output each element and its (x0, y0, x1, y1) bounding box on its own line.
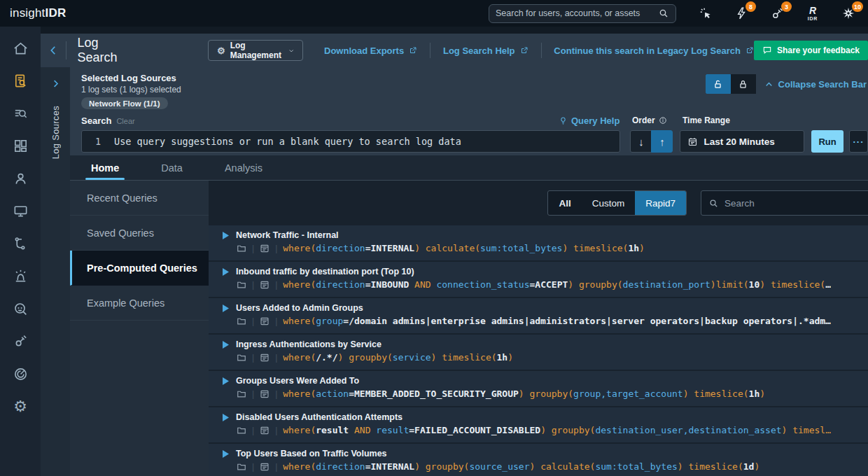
logo-prefix: insight (10, 6, 46, 20)
pointer-tour-icon[interactable] (697, 5, 714, 22)
global-search-input[interactable] (496, 8, 652, 18)
unlock-icon (712, 78, 724, 90)
calendar-icon[interactable] (260, 353, 270, 363)
category-example-queries[interactable]: Example Queries (70, 286, 209, 321)
nav-network-flow-icon[interactable] (10, 234, 30, 253)
tab-home[interactable]: Home (90, 155, 120, 180)
info-icon[interactable] (659, 116, 667, 125)
filter-rapid7[interactable]: Rapid7 (635, 191, 686, 215)
calendar-icon[interactable] (260, 280, 270, 290)
nav-settings-gear-icon[interactable]: ⚙ (10, 397, 30, 416)
share-feedback-button[interactable]: Share your feedback (754, 41, 868, 60)
folder-icon[interactable] (237, 353, 246, 363)
time-range-select[interactable]: Last 20 Minutes (680, 130, 804, 153)
calendar-icon[interactable] (260, 244, 270, 253)
nav-dashboards-grid-icon[interactable] (10, 136, 30, 156)
query-title: Inbound traffic by destination port (Top… (236, 267, 414, 276)
arrow-up-icon: ↑ (659, 136, 665, 148)
insightidr-logo[interactable]: insightIDR (10, 6, 66, 20)
search-icon (658, 8, 669, 19)
folder-icon[interactable] (237, 389, 246, 399)
rapid7-idr-logo[interactable]: R IDR (804, 5, 821, 22)
quick-actions-lightning-icon[interactable]: 8 (733, 5, 750, 22)
sort-ascending-button[interactable]: ↑ (651, 130, 673, 153)
log-source-chip[interactable]: Network Flow (1/1) (81, 97, 168, 109)
play-icon[interactable] (223, 232, 229, 239)
nav-investigate-magnifier-icon[interactable] (10, 299, 30, 318)
play-icon[interactable] (223, 377, 229, 385)
query-search-input[interactable] (724, 198, 862, 209)
query-token: AND (409, 279, 436, 290)
clear-link[interactable]: Clear (116, 117, 134, 125)
log-search-help-label: Log Search Help (443, 46, 515, 56)
divider: | (252, 316, 254, 326)
filter-custom[interactable]: Custom (582, 191, 636, 215)
unlocked-toggle-button[interactable] (706, 74, 731, 94)
category-saved-queries[interactable]: Saved Queries (70, 216, 209, 251)
query-token: ) timeslice( (562, 243, 628, 253)
star-badge: 10 (852, 1, 863, 12)
nav-alerts-siren-icon[interactable] (10, 267, 30, 286)
divider: | (252, 389, 254, 399)
calendar-icon[interactable] (260, 462, 270, 472)
query-string: where(direction=INTERNAL) groupby(source… (283, 461, 760, 472)
back-button[interactable] (41, 34, 66, 67)
play-icon[interactable] (223, 414, 229, 421)
query-token: ) (754, 461, 760, 472)
query-token: ) groupby( (519, 388, 573, 399)
query-token: … (825, 279, 831, 290)
query-row[interactable]: Ingress Authentications by Service | | w… (209, 335, 868, 370)
query-search-box[interactable] (701, 190, 868, 216)
query-token: group,target_account (573, 388, 683, 399)
more-options-button[interactable]: ··· (849, 130, 868, 153)
global-search[interactable] (489, 4, 676, 23)
connections-plug-icon[interactable]: 3 (769, 5, 785, 22)
nav-data-collection-plug-icon[interactable] (10, 332, 30, 351)
nav-query-list-icon[interactable] (10, 104, 30, 123)
query-token: direction (316, 461, 365, 472)
play-icon[interactable] (223, 341, 229, 349)
folder-icon[interactable] (237, 426, 246, 435)
filter-all[interactable]: All (548, 191, 581, 215)
play-icon[interactable] (223, 268, 229, 276)
folder-icon[interactable] (237, 244, 246, 253)
play-icon[interactable] (223, 304, 229, 312)
query-row[interactable]: Network Traffic - Internal | | where(dir… (209, 225, 868, 260)
category-recent-queries[interactable]: Recent Queries (70, 181, 209, 216)
chevron-right-icon[interactable] (50, 78, 61, 89)
query-row[interactable]: Groups Users Were Added To | | where(act… (209, 371, 868, 406)
sort-descending-button[interactable]: ↓ (630, 130, 652, 153)
nav-home-icon[interactable] (10, 38, 30, 58)
folder-icon[interactable] (237, 462, 246, 472)
query-token: destination_port (623, 279, 710, 290)
nav-detection-radar-icon[interactable] (10, 364, 30, 384)
query-help-link[interactable]: Query Help (559, 115, 620, 126)
query-row[interactable]: Users Added to Admin Groups | | where(gr… (209, 298, 868, 333)
play-icon[interactable] (223, 450, 229, 458)
tab-data[interactable]: Data (160, 155, 184, 180)
calendar-icon[interactable] (260, 389, 270, 399)
nav-users-icon[interactable] (10, 169, 30, 188)
whats-new-star-icon[interactable]: 10 (840, 5, 857, 22)
folder-icon[interactable] (237, 280, 246, 290)
query-row[interactable]: Top Users Based on Traffic Volumes | | w… (209, 444, 868, 476)
collapse-search-bar-link[interactable]: Collapse Search Bar (764, 79, 867, 90)
run-button[interactable]: Run (811, 130, 844, 153)
locked-toggle-button[interactable] (731, 74, 756, 94)
nav-endpoints-monitor-icon[interactable] (10, 202, 30, 221)
query-row[interactable]: Inbound traffic by destination port (Top… (209, 262, 868, 297)
log-sources-rail[interactable]: Log Sources (41, 67, 70, 476)
tab-analysis[interactable]: Analysis (223, 155, 264, 180)
calendar-icon[interactable] (260, 426, 270, 435)
calendar-icon[interactable] (260, 316, 270, 326)
query-row[interactable]: Disabled Users Authentication Attempts |… (209, 407, 868, 442)
folder-icon[interactable] (237, 316, 246, 326)
legacy-log-search-link[interactable]: Continue this search in Legacy Log Searc… (554, 46, 754, 56)
query-token: action (316, 388, 349, 399)
download-exports-link[interactable]: Download Exports (324, 46, 417, 56)
nav-log-search-icon[interactable] (10, 71, 30, 91)
log-management-button[interactable]: ⚙ Log Management (208, 40, 303, 61)
category-pre-computed-queries[interactable]: Pre-Computed Queries (70, 251, 209, 286)
query-editor[interactable]: 1 Use query suggestions or run a blank q… (81, 130, 620, 153)
log-search-help-link[interactable]: Log Search Help (443, 46, 528, 56)
